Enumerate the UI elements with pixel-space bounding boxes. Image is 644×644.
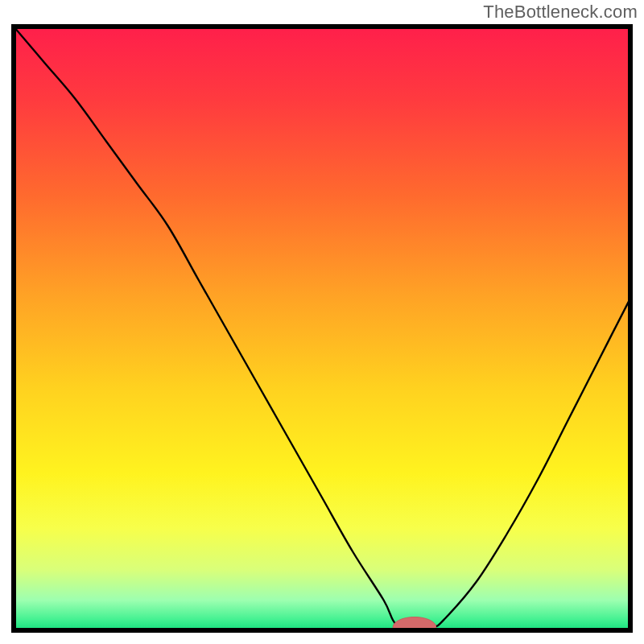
- watermark-text: TheBottleneck.com: [483, 2, 638, 23]
- chart-container: TheBottleneck.com: [0, 0, 644, 644]
- gradient-background: [14, 27, 630, 630]
- bottleneck-plot: [11, 24, 633, 633]
